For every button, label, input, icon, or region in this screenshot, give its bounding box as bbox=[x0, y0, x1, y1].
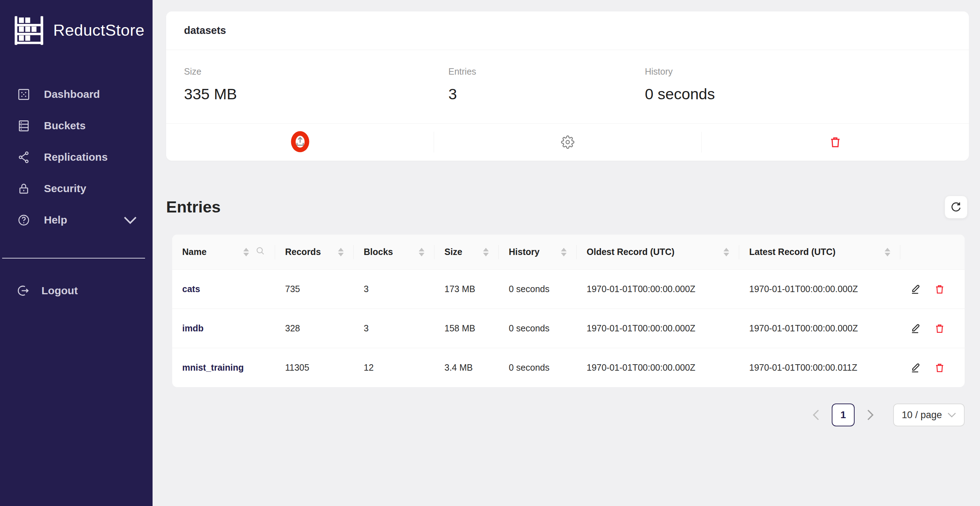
previous-page-button[interactable] bbox=[806, 403, 826, 427]
column-label: Blocks bbox=[364, 247, 412, 257]
sort-icon[interactable] bbox=[885, 248, 890, 256]
delete-entry-button[interactable] bbox=[934, 362, 945, 374]
security-lock-icon bbox=[17, 182, 30, 195]
sidebar-item-replications[interactable]: Replications bbox=[0, 141, 153, 173]
settings-button[interactable] bbox=[434, 124, 701, 161]
chevron-down-icon bbox=[124, 214, 137, 227]
replications-icon bbox=[17, 151, 30, 164]
sidebar-divider bbox=[2, 258, 145, 259]
edit-icon bbox=[910, 284, 922, 295]
column-header-size[interactable]: Size bbox=[434, 235, 499, 269]
cell-history: 0 seconds bbox=[499, 284, 577, 294]
reload-button[interactable] bbox=[945, 196, 967, 219]
cell-history: 0 seconds bbox=[499, 362, 577, 373]
column-header-records[interactable]: Records bbox=[275, 235, 354, 269]
column-label: Size bbox=[444, 247, 477, 257]
stat-value: 3 bbox=[449, 85, 627, 103]
sidebar-item-label: Buckets bbox=[44, 120, 86, 132]
sort-icon[interactable] bbox=[338, 248, 344, 256]
trash-icon bbox=[934, 323, 945, 334]
edit-icon bbox=[910, 323, 922, 334]
table-row: cats 735 3 173 MB 0 seconds 1970-01-01T0… bbox=[172, 269, 965, 309]
trash-icon bbox=[829, 135, 842, 149]
sidebar-item-label: Help bbox=[44, 214, 67, 226]
bucket-actions bbox=[166, 123, 969, 161]
brand-logo[interactable]: ReductStore bbox=[0, 0, 153, 47]
stat-value: 335 MB bbox=[184, 85, 431, 103]
column-header-latest-record[interactable]: Latest Record (UTC) bbox=[739, 235, 900, 269]
entry-link[interactable]: mnist_training bbox=[182, 362, 243, 373]
sort-icon[interactable] bbox=[243, 248, 249, 256]
logout-button[interactable]: Logout bbox=[0, 284, 153, 298]
cell-latest-record: 1970-01-01T00:00:00.000Z bbox=[739, 284, 900, 294]
edit-entry-button[interactable] bbox=[910, 284, 922, 295]
sort-icon[interactable] bbox=[561, 248, 566, 256]
column-label: History bbox=[509, 247, 555, 257]
column-label: Latest Record (UTC) bbox=[749, 247, 878, 257]
cell-records: 735 bbox=[275, 284, 354, 294]
cell-blocks: 12 bbox=[354, 362, 434, 373]
edit-icon bbox=[910, 362, 922, 374]
delete-entry-button[interactable] bbox=[934, 284, 945, 295]
sort-icon[interactable] bbox=[724, 248, 729, 256]
sidebar-item-help[interactable]: Help bbox=[0, 204, 153, 236]
bucket-panel: datasets Size 335 MB Entries 3 History 0… bbox=[166, 11, 969, 161]
page-number-1[interactable]: 1 bbox=[832, 403, 854, 427]
table-header-row: Name Records Blocks Size bbox=[172, 235, 965, 269]
chevron-left-icon bbox=[812, 409, 820, 420]
delete-bucket-button[interactable] bbox=[701, 124, 969, 161]
stat-entries: Entries 3 bbox=[431, 67, 627, 123]
help-icon bbox=[17, 214, 30, 227]
cell-blocks: 3 bbox=[354, 284, 434, 294]
trash-icon bbox=[934, 284, 945, 295]
sort-icon[interactable] bbox=[419, 248, 425, 256]
upload-button[interactable] bbox=[166, 124, 434, 161]
chevron-down-icon bbox=[948, 412, 956, 418]
search-icon[interactable] bbox=[255, 246, 265, 258]
column-header-oldest-record[interactable]: Oldest Record (UTC) bbox=[577, 235, 739, 269]
page-size-select[interactable]: 10 / page bbox=[893, 403, 965, 427]
logout-icon bbox=[16, 284, 30, 298]
entry-link[interactable]: cats bbox=[182, 284, 200, 294]
sidebar-item-dashboard[interactable]: Dashboard bbox=[0, 79, 153, 110]
cell-records: 11305 bbox=[275, 362, 354, 373]
reload-icon bbox=[950, 201, 962, 213]
edit-entry-button[interactable] bbox=[910, 362, 922, 374]
stat-label: Entries bbox=[449, 67, 627, 77]
column-label: Name bbox=[182, 247, 237, 257]
cell-history: 0 seconds bbox=[499, 323, 577, 333]
chevron-right-icon bbox=[866, 409, 874, 420]
column-header-name[interactable]: Name bbox=[172, 235, 275, 269]
stat-label: Size bbox=[184, 67, 431, 77]
entry-link[interactable]: imdb bbox=[182, 323, 204, 333]
sidebar-item-label: Dashboard bbox=[44, 88, 100, 100]
table-row: mnist_training 11305 12 3.4 MB 0 seconds… bbox=[172, 348, 965, 387]
logout-label: Logout bbox=[41, 285, 78, 297]
next-page-button[interactable] bbox=[860, 403, 880, 427]
edit-entry-button[interactable] bbox=[910, 323, 922, 334]
column-label: Records bbox=[285, 247, 332, 257]
cell-size: 158 MB bbox=[434, 323, 499, 333]
cell-size: 3.4 MB bbox=[434, 362, 499, 373]
stat-label: History bbox=[645, 67, 969, 77]
buckets-icon bbox=[17, 119, 30, 132]
sidebar-item-security[interactable]: Security bbox=[0, 173, 153, 204]
sidebar: ReductStore Dashboard bbox=[0, 0, 153, 506]
column-header-blocks[interactable]: Blocks bbox=[354, 235, 434, 269]
reductstore-logo-icon bbox=[13, 14, 45, 47]
stat-size: Size 335 MB bbox=[166, 67, 431, 123]
dashboard-icon bbox=[17, 88, 30, 101]
column-header-history[interactable]: History bbox=[499, 235, 577, 269]
sort-icon[interactable] bbox=[483, 248, 489, 256]
sidebar-item-buckets[interactable]: Buckets bbox=[0, 110, 153, 141]
row-actions bbox=[900, 362, 965, 374]
page-size-value: 10 / page bbox=[902, 409, 942, 421]
sidebar-item-label: Replications bbox=[44, 151, 108, 163]
delete-entry-button[interactable] bbox=[934, 323, 945, 334]
sidebar-nav: Dashboard Buckets Replications bbox=[0, 79, 153, 236]
entries-table: Name Records Blocks Size bbox=[172, 235, 965, 387]
brand-name: ReductStore bbox=[53, 21, 145, 40]
column-header-actions bbox=[900, 235, 965, 269]
bucket-stats: Size 335 MB Entries 3 History 0 seconds bbox=[166, 50, 969, 123]
entries-header: Entries bbox=[166, 196, 967, 219]
